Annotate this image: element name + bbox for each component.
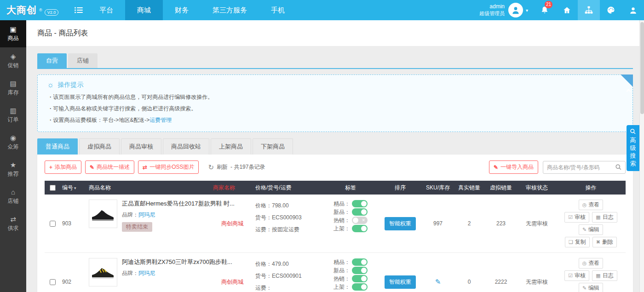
palette-icon [606, 6, 615, 15]
import-goods-button[interactable]: ✎ 一键导入商品 [489, 160, 538, 174]
tag-row: 精品： [324, 258, 377, 266]
store-type-tabs: 自营 店铺 [37, 53, 633, 69]
scrollbar-thumb[interactable] [640, 22, 644, 114]
toggle-on[interactable] [352, 275, 368, 282]
main-nav: 平台 商城 财务 第三方服务 手机 [87, 0, 297, 20]
menu-icon[interactable] [70, 0, 87, 20]
person-icon [629, 6, 638, 15]
theme-button[interactable] [600, 0, 622, 20]
nav-item-mall[interactable]: 商城 [125, 0, 163, 20]
tab-off-shelf[interactable]: 下架商品 [253, 138, 293, 155]
op-row: ☑审核▦日志 [564, 212, 617, 223]
nav-item-platform[interactable]: 平台 [87, 0, 125, 20]
row-checkbox[interactable] [50, 221, 56, 227]
sidebar-item-supply[interactable]: ⇄ 供求 [0, 210, 26, 237]
sitemap-button[interactable] [578, 0, 600, 20]
sidebar-item-goods[interactable]: ▣ 商品 [0, 20, 26, 47]
import-icon: ✎ [494, 164, 498, 171]
copy-button[interactable]: ❏复制 [565, 237, 590, 247]
sku-line: 货号：ECS000903 [255, 212, 321, 223]
nav-item-mobile[interactable]: 手机 [259, 0, 297, 20]
tab-goods-audit[interactable]: 商品审核 [121, 138, 161, 155]
supply-icon: ⇄ [10, 216, 16, 223]
shipping-management-link[interactable]: 运费管理 [150, 117, 172, 123]
log-button[interactable]: ▦日志 [592, 212, 617, 223]
search-button[interactable] [611, 161, 625, 173]
merchant-link[interactable]: 商创商城 [211, 220, 253, 228]
nav-item-thirdparty[interactable]: 第三方服务 [201, 0, 259, 20]
smart-weight-button[interactable]: 智能权重 [385, 275, 416, 289]
view-button[interactable]: ◎查看 [579, 258, 604, 269]
delete-button[interactable]: ✖删除 [592, 237, 617, 247]
sidebar-item-recommend[interactable]: ★ 推荐 [0, 156, 26, 183]
op-label: 编辑 [588, 226, 599, 234]
app-logo[interactable]: 大商创® V2.0 [0, 0, 70, 20]
sidebar-label: 供求 [8, 224, 19, 232]
row-checkbox[interactable] [50, 279, 56, 285]
tab-virtual-goods[interactable]: 虚拟商品 [79, 138, 120, 155]
product-name[interactable]: 阿迪达斯男鞋ZX750三叶草zx700跑步鞋... [122, 258, 232, 266]
profile-button[interactable] [622, 0, 644, 20]
add-goods-button[interactable]: + 添加商品 [45, 160, 81, 174]
sidebar-item-promotion[interactable]: ◈ 促销 [0, 47, 26, 74]
toggle-on[interactable] [352, 283, 368, 291]
audit-button[interactable]: ☑审核 [564, 212, 589, 223]
unified-description-button[interactable]: ✎ 商品统一描述 [85, 160, 134, 174]
header-id[interactable]: 编号▾ [60, 184, 87, 192]
tab-self-operated[interactable]: 自营 [37, 53, 67, 68]
op-row: ✎编辑 [579, 283, 603, 292]
sync-oss-button[interactable]: ⇄ 一键同步OSS图片 [138, 160, 199, 174]
brand-link[interactable]: 阿玛尼 [138, 212, 155, 218]
tab-normal-goods[interactable]: 普通商品 [37, 138, 78, 155]
collapse-tip-button[interactable] [621, 74, 633, 87]
log-button[interactable]: ▦日志 [592, 270, 617, 281]
product-image[interactable] [89, 200, 117, 228]
home-button[interactable] [556, 0, 578, 20]
header-name: 商品名称 [87, 184, 211, 192]
view-button[interactable]: ◎查看 [579, 200, 604, 210]
page-title: 商品 - 商品列表 [37, 29, 88, 38]
tip-line: 该页面展示了商城所有的商品信息，可对商品进行编辑修改操作。 [47, 92, 623, 103]
toggle-on[interactable] [352, 258, 368, 266]
sidebar-item-stock[interactable]: ▤ 库存 [0, 74, 26, 102]
advanced-search-button[interactable]: 高级搜索 [627, 125, 639, 171]
refresh-icon: ↻ [208, 163, 214, 172]
toggle-on[interactable] [352, 200, 368, 207]
operations-cell: ◎查看☑审核▦日志✎编辑❏复制✖删除 [556, 258, 626, 292]
sidebar-item-shop[interactable]: ⌂ 店铺 [0, 183, 26, 210]
merchant-link[interactable]: 商创商城 [211, 278, 253, 286]
content: 自营 店铺 ☼ 操作提示 该页面展示了商城所有的商品信息，可对商品进行编辑修改操… [26, 46, 644, 292]
audit-button[interactable]: ☑审核 [564, 270, 589, 281]
nav-item-finance[interactable]: 财务 [163, 0, 201, 20]
brand-link[interactable]: 阿玛尼 [138, 270, 155, 276]
tip-title-row: ☼ 操作提示 [47, 80, 623, 90]
sku-line: 货号：ECS000901 [255, 270, 321, 282]
avatar[interactable] [508, 3, 523, 17]
toggle-on[interactable] [352, 208, 368, 216]
edit-button[interactable]: ✎编辑 [579, 224, 603, 235]
select-all-checkbox[interactable] [50, 185, 56, 191]
refresh-control[interactable]: ↻ 刷新 - 共197条记录 [208, 163, 265, 172]
toggle-on[interactable] [352, 225, 368, 232]
edit-stock-icon[interactable]: ✎ [435, 278, 441, 286]
search-input[interactable] [543, 164, 611, 171]
chevron-down-icon[interactable]: ▾ [526, 8, 528, 13]
tab-on-shelf[interactable]: 上架商品 [211, 138, 251, 155]
toggle-off[interactable] [352, 217, 368, 224]
toggle-knob [361, 209, 367, 215]
smart-weight-button[interactable]: 智能权重 [385, 217, 416, 230]
tab-store[interactable]: 店铺 [68, 53, 98, 68]
sidebar-item-orders[interactable]: ▥ 订单 [0, 102, 26, 129]
toggle-on[interactable] [352, 267, 368, 274]
sku-stock-cell: ✎ [422, 278, 454, 286]
toggle-knob [353, 218, 358, 223]
edit-button[interactable]: ✎编辑 [579, 283, 603, 292]
scrollbar[interactable] [639, 20, 644, 292]
tab-goods-recycle[interactable]: 商品回收站 [163, 138, 209, 155]
product-id: 902 [60, 279, 87, 285]
notifications-button[interactable]: 21 [534, 0, 556, 20]
product-name[interactable]: 正品直邮Hermes爱马仕2017新款男鞋 时... [122, 200, 235, 208]
product-image[interactable] [89, 258, 117, 286]
sidebar-item-crowdfunding[interactable]: ◉ 众筹 [0, 129, 26, 156]
op-row: ✎编辑 [579, 224, 603, 235]
